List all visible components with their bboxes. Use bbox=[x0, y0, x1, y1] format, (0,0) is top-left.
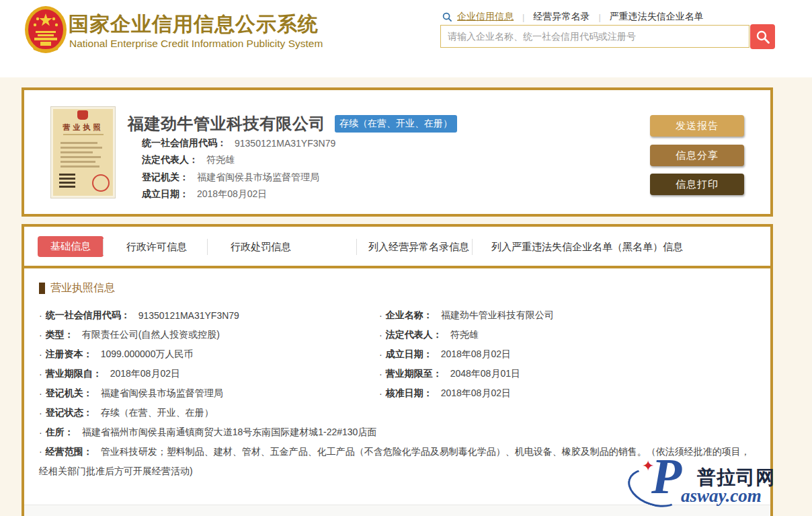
tab-admin-penalty-info[interactable]: 行政处罚信息 bbox=[231, 241, 291, 254]
field-value: 2018年08月02日 bbox=[197, 188, 267, 200]
license-thumb-textline bbox=[60, 161, 95, 163]
tab-abnormal-operations-info[interactable]: 列入经营异常名录信息 bbox=[368, 241, 469, 254]
field-value: 1099.000000万人民币 bbox=[101, 348, 194, 361]
field-value: 福建劲牛管业科技有限公司 bbox=[441, 309, 554, 322]
license-fields-grid: ·统一社会信用代码：91350121MA31YF3N79 ·企业名称：福建劲牛管… bbox=[39, 305, 753, 481]
bullet-dot: · bbox=[379, 330, 382, 340]
tab-separator bbox=[472, 239, 473, 255]
field-row: ·登记状态：存续（在营、开业、在册） bbox=[39, 403, 753, 422]
field-value: 2018年08月02日 bbox=[441, 388, 511, 400]
field-value: 福建省闽侯县市场监督管理局 bbox=[197, 172, 319, 184]
bullet-dot: · bbox=[39, 330, 42, 340]
license-red-seal bbox=[92, 174, 110, 192]
section-tabs-bar: 基础信息 行政许可信息 行政处罚信息 列入经营异常名录信息 列入严重违法失信企业… bbox=[22, 224, 773, 268]
nav-abnormal-operations-list[interactable]: 经营异常名录 bbox=[533, 11, 590, 23]
site-subtitle: National Enterprise Credit Information P… bbox=[69, 38, 323, 50]
bullet-dot: · bbox=[379, 388, 382, 399]
field-label: 登记状态： bbox=[46, 407, 93, 419]
nav-separator: | bbox=[598, 12, 600, 22]
field-value: 有限责任公司(自然人投资或控股) bbox=[82, 329, 220, 341]
field-value: 管业科技研发；塑料制品、建材、管材、五金产品、化工产品（不含危险化学品及易制毒化… bbox=[39, 446, 750, 476]
print-info-button[interactable]: 信息打印 bbox=[650, 174, 744, 195]
tab-blacklist-info[interactable]: 列入严重违法失信企业名单（黑名单）信息 bbox=[491, 241, 683, 254]
send-report-button[interactable]: 发送报告 bbox=[650, 115, 744, 137]
summary-fields: 统一社会信用代码： 91350121MA31YF3N79 法定代表人： 符尧雄 … bbox=[142, 135, 335, 203]
field-label: 统一社会信用代码： bbox=[142, 137, 227, 149]
bullet-dot: · bbox=[39, 446, 42, 457]
field-label: 营业期限自： bbox=[46, 368, 102, 380]
summary-field-row: 登记机关： 福建省闽侯县市场监督管理局 bbox=[142, 169, 335, 186]
search-button[interactable] bbox=[750, 24, 775, 49]
business-license-thumbnail[interactable]: 营业执照 bbox=[50, 106, 116, 198]
bullet-dot: · bbox=[39, 369, 42, 379]
tab-separator bbox=[207, 239, 208, 255]
field-value: 2018年08月02日 bbox=[441, 348, 511, 361]
summary-field-row: 法定代表人： 符尧雄 bbox=[142, 152, 335, 170]
field-value: 2018年08月02日 bbox=[110, 368, 180, 380]
next-section-strip bbox=[24, 505, 770, 516]
section-title-text: 营业执照信息 bbox=[50, 281, 115, 295]
field-value: 91350121MA31YF3N79 bbox=[138, 310, 239, 321]
national-emblem-logo bbox=[24, 5, 67, 54]
summary-field-row: 成立日期： 2018年08月02日 bbox=[142, 186, 335, 204]
license-thumb-rule bbox=[63, 134, 104, 135]
field-value: 符尧雄 bbox=[450, 329, 479, 341]
license-thumb-textline bbox=[60, 151, 93, 153]
tab-separator bbox=[356, 239, 357, 255]
bullet-dot: · bbox=[379, 349, 382, 360]
license-thumb-textline bbox=[60, 165, 99, 168]
field-value: 符尧雄 bbox=[206, 154, 235, 166]
field-label: 注册资本： bbox=[46, 348, 93, 361]
site-title: 国家企业信用信息公示系统 bbox=[69, 11, 319, 38]
nav-enterprise-credit-info[interactable]: 企业信用信息 bbox=[457, 11, 514, 23]
field-value: 91350121MA31YF3N79 bbox=[235, 138, 335, 149]
field-label: 登记机关： bbox=[142, 172, 189, 184]
field-value: 2048年08月01日 bbox=[450, 368, 520, 380]
field-row: ·登记机关：福建省闽侯县市场监督管理局 ·核准日期：2018年08月02日 bbox=[39, 383, 753, 403]
bullet-dot: · bbox=[39, 408, 42, 418]
nav-serious-violation-list[interactable]: 严重违法失信企业名单 bbox=[610, 11, 704, 23]
business-scope-row: ·经营范围：管业科技研发；塑料制品、建材、管材、五金产品、化工产品（不含危险化学… bbox=[39, 442, 753, 481]
summary-field-row: 统一社会信用代码： 91350121MA31YF3N79 bbox=[142, 135, 335, 152]
field-row: ·营业期限自：2018年08月02日 ·营业期限至：2048年08月01日 bbox=[39, 364, 753, 383]
bullet-dot: · bbox=[39, 349, 42, 360]
status-badge: 存续（在营、开业、在册） bbox=[335, 115, 457, 133]
license-thumb-textline bbox=[60, 156, 101, 158]
field-value: 福建省福州市闽侯县南通镇商贸大道18号东南国际建材城1-22#130店面 bbox=[82, 427, 377, 439]
search-icon bbox=[442, 12, 452, 22]
bullet-dot: · bbox=[39, 310, 42, 321]
share-info-button[interactable]: 信息分享 bbox=[650, 145, 744, 166]
field-label: 企业名称： bbox=[386, 309, 433, 322]
field-label: 成立日期： bbox=[142, 188, 189, 200]
section-marker-icon bbox=[39, 283, 45, 294]
top-nav: 企业信用信息 | 经营异常名录 | 严重违法失信企业名单 bbox=[442, 10, 778, 24]
field-label: 经营范围： bbox=[46, 446, 93, 457]
field-label: 成立日期： bbox=[386, 348, 433, 361]
field-label: 住所： bbox=[46, 427, 74, 439]
license-qr-code bbox=[59, 172, 75, 188]
bullet-dot: · bbox=[39, 388, 42, 399]
field-row: ·住所：福建省福州市闽侯县南通镇商贸大道18号东南国际建材城1-22#130店面 bbox=[39, 422, 753, 442]
tab-separator bbox=[103, 239, 104, 255]
license-emblem-icon bbox=[77, 110, 88, 120]
company-name: 福建劲牛管业科技有限公司 bbox=[128, 113, 325, 135]
bullet-dot: · bbox=[379, 369, 382, 379]
section-title: 营业执照信息 bbox=[39, 281, 115, 295]
tab-admin-license-info[interactable]: 行政许可信息 bbox=[126, 241, 187, 254]
field-row: ·注册资本：1099.000000万人民币 ·成立日期：2018年08月02日 bbox=[39, 344, 753, 364]
field-label: 营业期限至： bbox=[386, 368, 442, 380]
license-thumb-textline bbox=[60, 142, 97, 144]
tab-basic-info[interactable]: 基础信息 bbox=[38, 236, 104, 257]
license-thumb-textline bbox=[60, 147, 102, 149]
nav-separator: | bbox=[522, 12, 524, 22]
basic-info-panel: 营业执照信息 ·统一社会信用代码：91350121MA31YF3N79 ·企业名… bbox=[22, 268, 773, 516]
field-row: ·统一社会信用代码：91350121MA31YF3N79 ·企业名称：福建劲牛管… bbox=[39, 305, 753, 325]
field-value: 存续（在营、开业、在册） bbox=[101, 407, 214, 419]
bullet-dot: · bbox=[379, 310, 382, 321]
field-label: 法定代表人： bbox=[386, 329, 442, 341]
bullet-dot: · bbox=[39, 427, 42, 438]
field-label: 法定代表人： bbox=[142, 154, 198, 166]
field-row: ·类型：有限责任公司(自然人投资或控股) ·法定代表人：符尧雄 bbox=[39, 325, 753, 344]
search-input[interactable] bbox=[440, 25, 749, 48]
company-summary-card: 营业执照 福建劲牛管业科技有限公司 存续（在营、开业、在册） 统一社会信用代码：… bbox=[22, 87, 773, 217]
